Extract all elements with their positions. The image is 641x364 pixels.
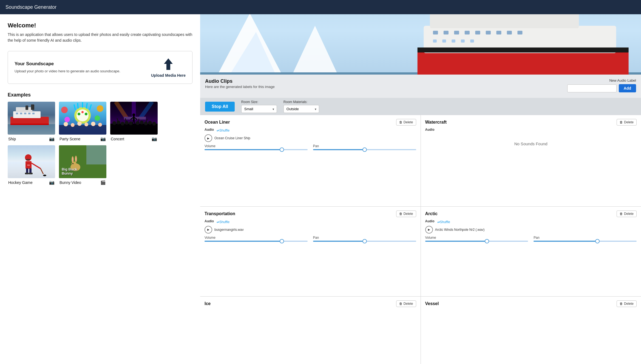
trash-icon-ice: 🗑 — [399, 302, 402, 306]
pan-track-ocean-liner[interactable] — [313, 149, 416, 150]
clip-title-watercraft: Watercraft — [425, 120, 447, 125]
svg-rect-4 — [31, 104, 34, 110]
svg-rect-99 — [486, 31, 491, 35]
svg-line-19 — [78, 103, 78, 109]
audio-track-row-arctic: ▶ Arctic Winds Northpole Nr2 (.wav) — [425, 226, 637, 234]
svg-point-28 — [64, 122, 68, 126]
shuffle-btn-transportation[interactable]: ⇌Shuffle — [217, 220, 229, 224]
svg-rect-39 — [133, 116, 135, 120]
svg-rect-104 — [442, 39, 446, 42]
soundscape-box-desc: Upload your photo or video here to gener… — [15, 69, 120, 74]
svg-line-43 — [134, 120, 135, 124]
example-img-bunny: Big Buck Bunny — [59, 145, 106, 178]
clip-title-transportation: Transportation — [205, 211, 235, 216]
example-card-party[interactable]: Party Scene 📷 — [59, 102, 106, 141]
svg-rect-105 — [452, 39, 455, 42]
svg-point-47 — [121, 122, 124, 126]
svg-marker-0 — [164, 58, 173, 70]
svg-rect-12 — [10, 124, 49, 125]
volume-track-ocean-liner[interactable] — [205, 149, 308, 150]
svg-rect-95 — [444, 31, 449, 35]
delete-btn-transportation[interactable]: 🗑 Delete — [396, 211, 416, 217]
svg-point-17 — [81, 111, 84, 113]
examples-title: Examples — [8, 92, 192, 98]
example-footer-concert: Concert 📷 — [110, 135, 158, 141]
new-audio-label-title: New Audio Label — [609, 78, 636, 83]
svg-point-49 — [129, 121, 133, 125]
trash-icon-ocean-liner: 🗑 — [399, 120, 402, 124]
bunny-text-overlay: Big Buck Bunny — [62, 167, 77, 175]
soundscape-box-title: Your Soundscape — [15, 61, 120, 67]
svg-point-26 — [64, 117, 70, 122]
example-card-ship[interactable]: Ship 📷 — [8, 102, 55, 141]
audio-clips-title: Audio Clips — [205, 78, 275, 84]
example-name-party: Party Scene — [59, 137, 80, 141]
volume-track-transportation[interactable] — [205, 241, 308, 242]
audio-label-row-ocean-liner: Audio ⇌Shuffle — [205, 128, 416, 133]
soundscape-box-left: Your Soundscape Upload your photo or vid… — [15, 61, 120, 74]
audio-section: Audio Clips Here are the generated label… — [200, 75, 641, 98]
room-materials-select-wrapper: Outside Wood Stone Metal — [283, 105, 319, 113]
add-btn[interactable]: Add — [619, 84, 636, 92]
trash-icon-vessel: 🗑 — [620, 302, 623, 306]
new-audio-input[interactable] — [567, 84, 617, 92]
svg-line-21 — [86, 103, 87, 109]
pan-group-transportation: Pan — [313, 236, 416, 242]
sliders-arctic: Volume Pan — [425, 236, 637, 242]
svg-rect-102 — [517, 31, 522, 35]
play-btn-ocean-liner[interactable]: ▶ — [205, 134, 212, 142]
svg-point-70 — [43, 175, 46, 176]
clips-grid: Ocean Liner 🗑 Delete Audio ⇌Shuffle ▶ Oc… — [200, 115, 641, 364]
delete-btn-arctic[interactable]: 🗑 Delete — [617, 211, 637, 217]
svg-point-29 — [71, 123, 75, 127]
delete-btn-ice[interactable]: 🗑 Delete — [396, 300, 416, 307]
stop-all-btn[interactable]: Stop All — [205, 102, 235, 112]
example-footer-party: Party Scene 📷 — [59, 135, 106, 141]
delete-btn-vessel[interactable]: 🗑 Delete — [617, 300, 637, 307]
room-size-select[interactable]: Small Medium Large — [241, 105, 277, 113]
example-img-hockey: 11 — [8, 145, 55, 178]
svg-rect-88 — [430, 14, 579, 28]
shuffle-btn-ocean-liner[interactable]: ⇌Shuffle — [217, 129, 229, 132]
svg-point-30 — [77, 121, 82, 126]
pan-track-transportation[interactable] — [313, 241, 416, 242]
example-card-hockey[interactable]: 11 Hockey Game — [8, 145, 55, 185]
svg-line-22 — [90, 104, 91, 110]
svg-rect-107 — [470, 39, 474, 42]
clip-card-transportation: Transportation 🗑 Delete Audio ⇌Shuffle ▶… — [200, 207, 421, 297]
room-materials-control: Room Materials: Outside Wood Stone Metal — [283, 100, 319, 113]
svg-rect-106 — [461, 39, 465, 42]
example-card-concert[interactable]: Concert 📷 — [110, 102, 158, 141]
slider-row-arctic: Volume Pan — [425, 236, 637, 242]
svg-rect-97 — [465, 31, 470, 35]
example-img-concert — [110, 102, 158, 135]
svg-point-32 — [91, 122, 95, 126]
welcome-desc: This is an application that allows users… — [8, 32, 192, 43]
play-btn-arctic[interactable]: ▶ — [425, 226, 433, 234]
clip-header-watercraft: Watercraft 🗑 Delete — [425, 119, 637, 126]
track-name-ocean-liner: Ocean Cruise Liner Ship — [214, 136, 250, 140]
upload-btn-area[interactable]: Upload Media Here — [151, 57, 186, 78]
svg-point-15 — [78, 113, 80, 115]
sliders-transportation: Volume Pan — [205, 236, 416, 242]
svg-rect-103 — [433, 39, 437, 42]
clip-card-watercraft: Watercraft 🗑 Delete Audio No Sounds Foun… — [421, 115, 641, 206]
delete-btn-watercraft[interactable]: 🗑 Delete — [617, 119, 637, 126]
play-btn-transportation[interactable]: ▶ — [205, 226, 212, 234]
example-name-concert: Concert — [111, 137, 124, 141]
main-layout: Welcome! This is an application that all… — [0, 14, 641, 364]
example-card-bunny[interactable]: Big Buck Bunny Bunny Video 🎬 — [59, 145, 106, 185]
svg-rect-44 — [110, 124, 158, 135]
svg-rect-8 — [24, 113, 26, 114]
svg-rect-3 — [16, 107, 32, 112]
controls-row: Stop All Room Size: Small Medium Large R… — [200, 98, 641, 115]
delete-btn-ocean-liner[interactable]: 🗑 Delete — [396, 119, 416, 126]
svg-rect-98 — [475, 31, 480, 35]
audio-clips-subtitle: Here are the generated labels for this i… — [205, 85, 275, 89]
room-materials-select[interactable]: Outside Wood Stone Metal — [283, 105, 319, 113]
camera-icon-concert: 📷 — [152, 136, 157, 141]
shuffle-btn-arctic[interactable]: ⇌Shuffle — [437, 220, 450, 224]
ship-illustration — [8, 102, 55, 135]
volume-track-arctic[interactable] — [425, 241, 528, 242]
pan-track-arctic[interactable] — [534, 241, 637, 242]
